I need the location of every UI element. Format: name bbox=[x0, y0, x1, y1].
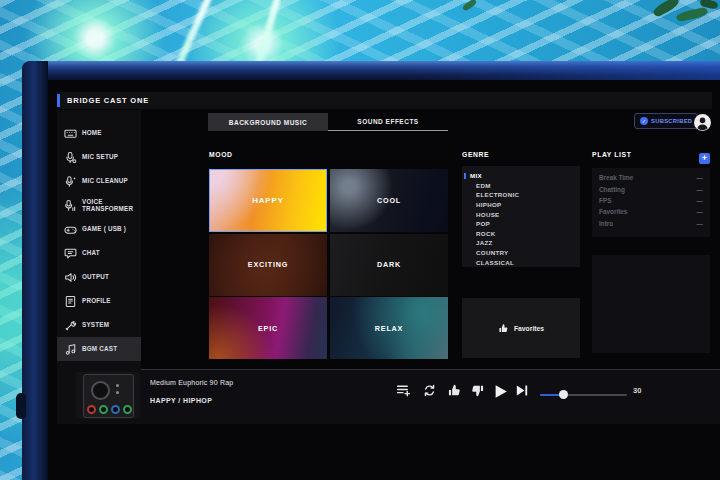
device-red-knob bbox=[87, 405, 96, 414]
genre-item-classical[interactable]: CLASSICAL bbox=[462, 257, 580, 267]
sidebar-item-output[interactable]: OUTPUT bbox=[57, 265, 141, 289]
playlist-item-name: Break Time bbox=[599, 174, 633, 181]
playlist-item-chatting[interactable]: Chatting— bbox=[592, 183, 710, 194]
genre-label: JAZZ bbox=[476, 239, 493, 246]
genre-item-electronic[interactable]: ELECTRONIC bbox=[462, 190, 580, 200]
sidebar-item-chat[interactable]: CHAT bbox=[57, 241, 141, 265]
sidebar-item-home[interactable]: HOME bbox=[57, 121, 141, 145]
sidebar-item-label: PROFILE bbox=[82, 297, 136, 305]
voice-transformer-icon bbox=[63, 199, 77, 212]
sidebar-item-game-usb[interactable]: GAME ( USB ) bbox=[57, 217, 141, 241]
sidebar-item-mic-setup[interactable]: MIC SETUP bbox=[57, 145, 141, 169]
thumbs-up-icon bbox=[447, 383, 462, 398]
playlist-item-name: FPS bbox=[599, 197, 611, 204]
mood-section-title: MOOD bbox=[209, 151, 233, 158]
playlist-item-dash: — bbox=[697, 208, 703, 215]
playlist-item-break-time[interactable]: Break Time— bbox=[592, 172, 710, 183]
mood-tile-exciting[interactable]: EXCITING bbox=[209, 234, 327, 296]
playlist-item-name: Favorites bbox=[599, 208, 627, 215]
monitor-bezel-left bbox=[22, 61, 48, 480]
sidebar-item-label: GAME ( USB ) bbox=[82, 225, 136, 233]
thumbs-up-icon bbox=[498, 323, 509, 334]
device-green-knob bbox=[123, 405, 132, 414]
skip-next-icon bbox=[514, 383, 529, 398]
favorites-button[interactable]: Favorites bbox=[462, 298, 580, 358]
sidebar-item-label: VOICE TRANSFORMER bbox=[82, 198, 136, 213]
genre-item-edm[interactable]: EDM bbox=[462, 181, 580, 191]
mood-tile-relax[interactable]: RELAX bbox=[330, 297, 448, 359]
mood-tile-epic[interactable]: EPIC bbox=[209, 297, 327, 359]
volume-slider[interactable] bbox=[540, 390, 627, 399]
playlist-item-intro[interactable]: Intro— bbox=[592, 218, 710, 229]
mood-tile-happy[interactable]: HAPPY bbox=[209, 169, 327, 232]
monitor-bezel-top bbox=[22, 61, 720, 80]
playlist-item-name: Chatting bbox=[599, 186, 625, 193]
add-playlist-button[interactable]: + bbox=[699, 153, 710, 164]
sidebar-item-label: CHAT bbox=[82, 249, 136, 257]
monitor-screen: BRIDGE CAST ONE HOME MIC SETUP MIC CLEAN… bbox=[48, 80, 720, 480]
slider-thumb[interactable] bbox=[559, 390, 568, 399]
genre-label: ELECTRONIC bbox=[476, 191, 519, 198]
mic-setup-icon bbox=[63, 151, 77, 164]
playlist-item-favorites[interactable]: Favorites— bbox=[592, 206, 710, 217]
genre-label: MIX bbox=[470, 172, 482, 179]
avatar-icon bbox=[694, 114, 711, 131]
track-tags: HAPPY / HIPHOP bbox=[150, 397, 212, 404]
sidebar-item-label: HOME bbox=[82, 129, 136, 137]
genre-label: HOUSE bbox=[476, 211, 500, 218]
home-icon bbox=[63, 127, 77, 140]
sidebar-item-bgm-cast[interactable]: BGM CAST bbox=[57, 337, 141, 361]
playlist-item-fps[interactable]: FPS— bbox=[592, 195, 710, 206]
photo-scene: BRIDGE CAST ONE HOME MIC SETUP MIC CLEAN… bbox=[0, 0, 720, 480]
selected-indicator bbox=[464, 173, 466, 180]
output-icon bbox=[63, 271, 77, 284]
volume-value: 30 bbox=[633, 386, 641, 395]
profile-icon bbox=[63, 295, 77, 308]
playlist-add-icon bbox=[396, 383, 411, 398]
skip-next-button[interactable] bbox=[514, 383, 530, 399]
sidebar-item-profile[interactable]: PROFILE bbox=[57, 289, 141, 313]
device-main-knob bbox=[91, 381, 110, 400]
sidebar-item-label: OUTPUT bbox=[82, 273, 136, 281]
game-icon bbox=[63, 223, 77, 236]
sidebar-item-voice-transformer[interactable]: VOICE TRANSFORMER bbox=[57, 193, 141, 217]
system-icon bbox=[63, 319, 77, 332]
monitor-power-button bbox=[16, 393, 26, 419]
play-button[interactable] bbox=[492, 383, 510, 399]
sidebar-item-system[interactable]: SYSTEM bbox=[57, 313, 141, 337]
genre-item-hiphop[interactable]: HIPHOP bbox=[462, 200, 580, 210]
genre-item-pop[interactable]: POP bbox=[462, 219, 580, 229]
genre-label: CLASSICAL bbox=[476, 259, 514, 266]
genre-item-house[interactable]: HOUSE bbox=[462, 209, 580, 219]
account-avatar[interactable] bbox=[694, 114, 711, 131]
playlist-item-dash: — bbox=[697, 220, 703, 227]
add-to-playlist-button[interactable] bbox=[396, 383, 412, 399]
genre-item-mix[interactable]: MIX bbox=[462, 171, 580, 181]
genre-label: POP bbox=[476, 220, 490, 227]
tab-sound-effects[interactable]: SOUND EFFECTS bbox=[328, 113, 448, 131]
device-blue-knob bbox=[111, 405, 120, 414]
like-button[interactable] bbox=[447, 383, 463, 399]
track-title: Medium Euphoric 90 Rap bbox=[150, 379, 233, 386]
genre-item-rock[interactable]: ROCK bbox=[462, 229, 580, 239]
device-body bbox=[83, 374, 134, 418]
genre-label: HIPHOP bbox=[476, 201, 502, 208]
subscribed-check-icon: ✓ bbox=[640, 117, 648, 125]
subscribed-label: SUBSCRIBED bbox=[651, 118, 692, 124]
sidebar-item-mic-cleanup[interactable]: MIC CLEANUP bbox=[57, 169, 141, 193]
genre-item-country[interactable]: COUNTRY bbox=[462, 248, 580, 258]
mic-cleanup-icon bbox=[63, 175, 77, 188]
playlist-item-name: Intro bbox=[599, 220, 613, 227]
favorites-label: Favorites bbox=[514, 325, 544, 332]
mood-grid: HAPPY COOL EXCITING DARK EPIC RELAX bbox=[209, 169, 448, 359]
tab-background-music[interactable]: BACKGROUND MUSIC bbox=[208, 113, 328, 131]
mood-tile-dark[interactable]: DARK bbox=[330, 234, 448, 296]
player-bar: Medium Euphoric 90 Rap HAPPY / HIPHOP bbox=[141, 370, 720, 424]
subscribed-badge[interactable]: ✓ SUBSCRIBED bbox=[634, 113, 698, 129]
mood-tile-cool[interactable]: COOL bbox=[330, 169, 448, 232]
bgm-cast-icon bbox=[63, 343, 77, 356]
device-button bbox=[116, 384, 119, 387]
genre-item-jazz[interactable]: JAZZ bbox=[462, 238, 580, 248]
dislike-button[interactable] bbox=[470, 383, 486, 399]
repeat-button[interactable] bbox=[422, 383, 438, 399]
